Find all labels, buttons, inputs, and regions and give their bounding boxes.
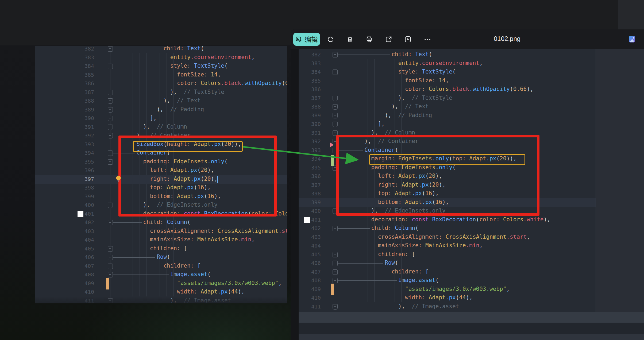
desktop-screenshot: 382 child: Text(383 entity.courseEnviron… (0, 0, 644, 340)
green-arrow (0, 0, 644, 340)
text-cursor (217, 176, 218, 183)
lightbulb-icon[interactable] (115, 175, 122, 183)
